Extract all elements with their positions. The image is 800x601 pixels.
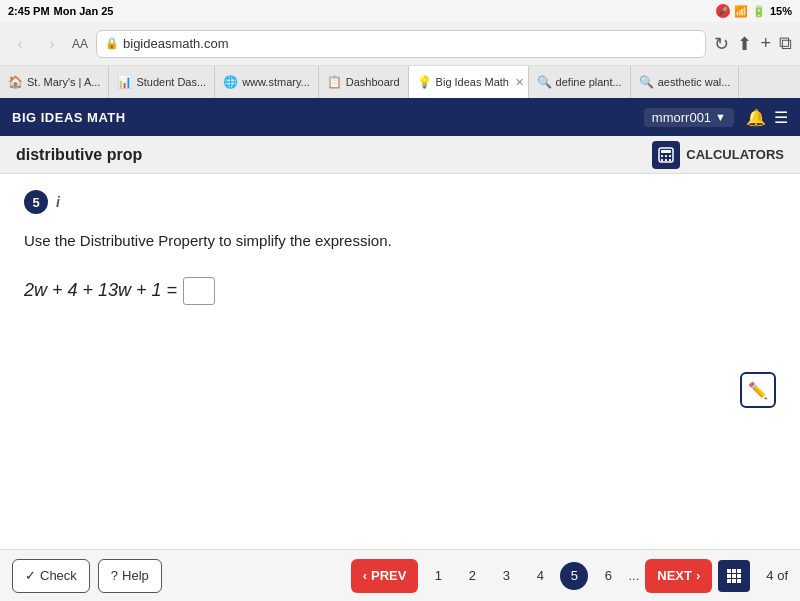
page-3-button[interactable]: 3 [492,562,520,590]
page-title: distributive prop [16,146,142,164]
page-5-button[interactable]: 5 [560,562,588,590]
refresh-button[interactable]: ↻ [714,33,729,55]
address-bar[interactable]: 🔒 bigideasmath.com [96,30,706,58]
grid-button[interactable] [718,560,750,592]
dropdown-arrow-icon: ▼ [715,111,726,123]
app-header: BIG IDEAS MATH mmorr001 ▼ 🔔 ☰ [0,98,800,136]
prev-label: PREV [371,568,406,583]
time: 2:45 PM [8,5,50,17]
new-tab-button[interactable]: + [760,33,771,54]
tab-stmarys[interactable]: 🏠 St. Mary's | A... [0,66,109,98]
svg-rect-8 [727,569,731,573]
help-button[interactable]: ? Help [98,559,162,593]
tab-student-das[interactable]: 📊 Student Das... [109,66,215,98]
share-button[interactable]: ⬆ [737,33,752,55]
page-title-bar: distributive prop CALCULATORS [0,136,800,174]
tab-favicon: 💡 [417,75,432,89]
tab-bar: 🏠 St. Mary's | A... 📊 Student Das... 🌐 w… [0,66,800,98]
help-label: Help [122,568,149,583]
content-area: 5 i ✏️ Use the Distributive Property to … [0,174,800,524]
calculators-label: CALCULATORS [686,147,784,162]
tab-label: Student Das... [136,76,206,88]
tab-close-icon[interactable]: ✕ [515,76,524,89]
menu-icon[interactable]: ☰ [774,108,788,127]
next-label: NEXT [657,568,692,583]
lock-icon: 🔒 [105,37,119,50]
browser-chrome: ‹ › AA 🔒 bigideasmath.com ↻ ⬆ + ⧉ [0,22,800,66]
date: Mon Jan 25 [54,5,114,17]
question-text: Use the Distributive Property to simplif… [24,230,776,253]
tab-aesthetic[interactable]: 🔍 aesthetic wal... [631,66,740,98]
tab-big-ideas-math[interactable]: 💡 Big Ideas Math ✕ [409,66,529,98]
page-1-button[interactable]: 1 [424,562,452,590]
tab-favicon: 🔍 [537,75,552,89]
pagination: ‹ PREV 1 2 3 4 5 6 ... NEXT › [351,559,751,593]
tab-favicon: 🏠 [8,75,23,89]
status-bar: 2:45 PM Mon Jan 25 🎤 📶 🔋 15% [0,0,800,22]
svg-rect-14 [727,579,731,583]
svg-rect-4 [669,155,671,157]
page-4-button[interactable]: 4 [526,562,554,590]
question-number: 5 [24,190,48,214]
math-formula: 2w + 4 + 13w + 1 = [24,280,177,301]
reader-mode-button[interactable]: AA [72,37,88,51]
svg-rect-6 [665,159,667,161]
next-arrow-icon: › [696,568,700,583]
bottom-bar: ✓ Check ? Help ‹ PREV 1 2 3 4 5 6 ... NE… [0,549,800,601]
page-6-button[interactable]: 6 [594,562,622,590]
battery-percent: 15% [770,5,792,17]
username: mmorr001 [652,110,711,125]
svg-rect-15 [732,579,736,583]
svg-rect-9 [732,569,736,573]
annotation-button[interactable]: ✏️ [740,372,776,408]
page-2-button[interactable]: 2 [458,562,486,590]
svg-rect-11 [727,574,731,578]
pencil-icon: ✏️ [748,381,768,400]
tab-favicon: 🔍 [639,75,654,89]
answer-input[interactable] [183,277,215,305]
svg-rect-13 [737,574,741,578]
tab-label: define plant... [556,76,622,88]
tab-favicon: 📊 [117,75,132,89]
tab-label: www.stmary... [242,76,310,88]
address-text: bigideasmath.com [123,36,229,51]
tab-define-plant[interactable]: 🔍 define plant... [529,66,631,98]
notification-icon[interactable]: 🔔 [746,108,766,127]
check-icon: ✓ [25,568,36,583]
tabs-button[interactable]: ⧉ [779,33,792,54]
help-icon: ? [111,568,118,583]
battery-icon: 🔋 [752,5,766,18]
calculator-icon [652,141,680,169]
next-button[interactable]: NEXT › [645,559,712,593]
tab-label: Big Ideas Math [436,76,509,88]
calculators-button[interactable]: CALCULATORS [652,141,784,169]
check-button[interactable]: ✓ Check [12,559,90,593]
svg-rect-10 [737,569,741,573]
svg-rect-2 [661,155,663,157]
math-expression: 2w + 4 + 13w + 1 = [24,277,776,305]
ellipsis: ... [628,568,639,583]
svg-rect-5 [661,159,663,161]
svg-rect-1 [661,150,671,153]
prev-button[interactable]: ‹ PREV [351,559,419,593]
user-dropdown[interactable]: mmorr001 ▼ [644,108,734,127]
check-label: Check [40,568,77,583]
tab-label: St. Mary's | A... [27,76,100,88]
tab-label: Dashboard [346,76,400,88]
tab-dashboard[interactable]: 📋 Dashboard [319,66,409,98]
tab-stmary[interactable]: 🌐 www.stmary... [215,66,319,98]
tab-label: aesthetic wal... [658,76,731,88]
app-logo: BIG IDEAS MATH [12,110,126,125]
wifi-icon: 📶 [734,5,748,18]
svg-rect-12 [732,574,736,578]
question-header: 5 i [24,190,776,214]
svg-rect-3 [665,155,667,157]
info-icon[interactable]: i [56,194,60,210]
tab-favicon: 🌐 [223,75,238,89]
page-count: 4 of [766,568,788,583]
mic-icon: 🎤 [716,4,730,18]
svg-rect-16 [737,579,741,583]
svg-rect-7 [669,159,671,161]
forward-button[interactable]: › [40,32,64,56]
back-button[interactable]: ‹ [8,32,32,56]
